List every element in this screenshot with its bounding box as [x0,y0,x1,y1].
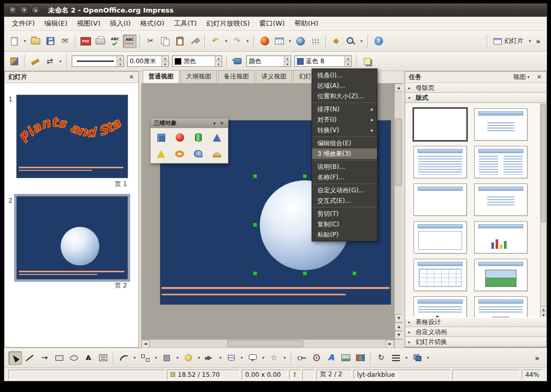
format-paintbrush-icon[interactable] [188,34,201,48]
block-arrows-dropdown-icon[interactable]: ▾ [217,351,223,365]
view-tab-1[interactable]: 大纲视图 [180,70,217,83]
fill-color-select[interactable]: 蓝色 8▲▼ [294,55,352,67]
new-document-icon[interactable] [7,34,21,48]
view-tab-3[interactable]: 讲义视图 [256,70,292,83]
3d-sphere-icon[interactable] [171,131,188,144]
spin-down-icon[interactable]: ▼ [345,62,351,67]
arrange-dropdown-icon[interactable]: ▾ [425,351,431,365]
spin-up-icon[interactable]: ▲ [117,56,123,62]
insert-chart-icon[interactable] [258,34,271,48]
menubar-item-5[interactable]: 工具(T) [169,17,201,30]
copy-icon[interactable] [158,34,172,48]
autospellcheck-icon[interactable]: ABC [123,34,136,48]
spin-down-icon[interactable]: ▼ [284,62,291,67]
basic-shapes-dropdown-icon[interactable]: ▾ [175,351,180,365]
view-tab-2[interactable]: 备注视图 [218,70,255,83]
drawing-toolbar-overflow-icon[interactable]: » [532,354,543,362]
cut-icon[interactable]: ✂ [144,34,157,48]
layout-title-table[interactable] [414,259,467,291]
spin-up-icon[interactable]: ▲ [284,56,291,62]
layouts-scroll-down-icon[interactable]: ▼ [541,312,546,317]
area-dialog-icon[interactable] [231,54,244,68]
selection-handle[interactable] [253,271,257,275]
line-style-select[interactable]: ▲▼ [72,55,124,67]
menubar-item-1[interactable]: 编辑(E) [40,17,72,30]
ellipse-icon[interactable] [67,351,81,365]
layout-title-center[interactable] [474,108,527,141]
close-button[interactable]: ✕ [8,6,17,15]
layouts-scrollbar[interactable]: ▲ ▼ [540,103,546,317]
layout-title-chart[interactable] [474,221,527,253]
line-width-input-spinner[interactable]: ▲▼ [162,56,168,66]
selection-handle[interactable] [352,271,357,275]
3d-cube-icon[interactable] [153,131,169,144]
arrow-icon[interactable]: → [38,351,51,365]
export-pdf-icon[interactable]: PDF [79,34,93,48]
vertical-scroll-thumb[interactable] [395,119,402,186]
shadow-icon[interactable] [360,54,374,68]
layouts-scroll-up-icon[interactable]: ▲ [541,306,546,312]
context-menu-item[interactable]: 转换(V)▸ [312,125,377,135]
vertical-scrollbar[interactable]: ▲ ▼ ▲ ▼ [394,84,403,339]
alignment-dropdown-icon[interactable]: ▾ [404,351,409,365]
menubar-item-8[interactable]: 帮助(H) [290,17,323,30]
slide-button[interactable]: 幻灯片 [490,34,527,48]
menubar-item-3[interactable]: 插入(I) [105,17,135,30]
context-menu-item[interactable]: 自定义动画(G)... [312,185,377,195]
slide-2-thumbnail[interactable] [16,196,128,280]
selection-handle[interactable] [253,174,257,178]
hyperlink-icon[interactable] [294,34,307,48]
symbol-shapes-dropdown-icon[interactable]: ▾ [196,351,202,365]
save-icon[interactable] [43,34,57,48]
layout-centered-text[interactable] [474,183,527,216]
area-style-select-spinner[interactable]: ▲▼ [284,56,291,66]
undo-dropdown-icon[interactable]: ▾ [223,34,229,48]
menubar-item-0[interactable]: 文件(F) [7,17,40,30]
context-menu-item[interactable]: 剪切(T) [312,209,377,219]
section-slide-transition[interactable]: ▸ 幻灯片切换 [405,337,546,347]
selection-handle[interactable] [303,174,307,178]
context-menu-item[interactable]: 复制(C) [312,219,377,229]
layout-title-two-content[interactable] [474,146,527,178]
horizontal-scrollbar[interactable]: ◀ ▶ [141,339,394,348]
area-style-select[interactable]: 颜色▲▼ [246,55,291,67]
3d-objects-toolbar[interactable]: 三维对象 ▾ ✕ [150,118,228,164]
spin-down-icon[interactable]: ▼ [162,62,168,67]
arrow-style-dropdown-icon[interactable]: ▾ [58,54,63,68]
symbol-shapes-icon[interactable] [181,351,195,365]
redo-dropdown-icon[interactable]: ▾ [245,34,250,48]
3d-objects-toolbar-titlebar[interactable]: 三维对象 ▾ ✕ [151,118,228,128]
previous-page-icon[interactable]: ▲ [395,322,403,331]
context-menu-item[interactable]: 3 维效果(3) [312,148,377,159]
main-toolbar-overflow-icon[interactable]: » [533,37,544,45]
section-custom-animation[interactable]: ▸ 自定义动画 [405,327,546,337]
alignment-icon[interactable] [389,351,403,365]
context-menu-item[interactable]: 线条(I)... [312,70,377,80]
decor-line[interactable] [162,294,346,295]
3d-cone-icon[interactable] [209,131,225,144]
curve-icon[interactable] [117,351,131,365]
3d-pyramid-icon[interactable] [153,147,169,160]
line-color-select-spinner[interactable]: ▲▼ [215,56,222,66]
layout-title-content[interactable] [414,146,467,178]
context-menu-item[interactable]: 粘贴(P) [312,229,377,240]
context-menu-item[interactable]: 对齐(I)▸ [312,114,377,125]
context-menu-item[interactable]: 交互式(E)... [312,195,377,206]
rectangle-icon[interactable] [52,351,66,365]
edit-points-icon[interactable] [7,54,21,68]
fontwork-icon[interactable]: A [324,351,338,365]
horizontal-scroll-track[interactable] [150,340,386,348]
redo-icon[interactable]: ↷ [230,34,244,48]
layout-title-picture[interactable] [474,259,527,291]
line-icon[interactable] [23,351,37,365]
curve-dropdown-icon[interactable]: ▾ [132,351,137,365]
selection-handle[interactable] [253,223,257,227]
zoom-cell[interactable]: 44% [522,370,543,379]
section-master-pages[interactable]: ▸ 母版页 [405,83,546,93]
spin-down-icon[interactable]: ▼ [215,62,222,67]
line-style-select-spinner[interactable]: ▲▼ [117,56,123,66]
connector-icon[interactable] [139,351,152,365]
context-menu-item[interactable]: 排序(N)▸ [312,104,377,114]
section-table-design[interactable]: ▸ 表格设计 [405,317,546,327]
vertical-scroll-track[interactable] [395,92,403,314]
